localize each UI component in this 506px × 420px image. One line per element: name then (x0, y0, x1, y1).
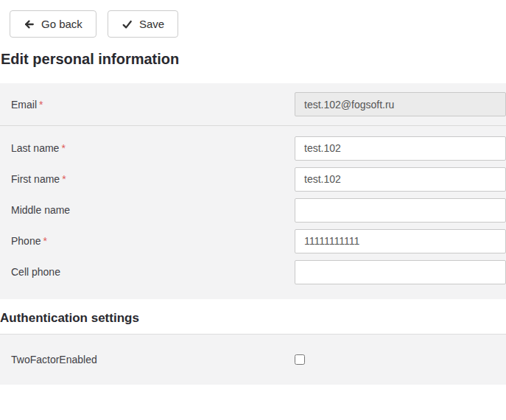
cell-phone-label: Cell phone (11, 266, 295, 278)
required-asterisk: * (61, 142, 65, 154)
two-factor-row: TwoFactorEnabled (0, 335, 506, 385)
save-label: Save (139, 18, 164, 30)
phone-field[interactable] (295, 229, 506, 253)
last-name-field[interactable] (295, 136, 506, 161)
authentication-settings-heading: Authentication settings (0, 306, 506, 335)
email-field (295, 92, 506, 116)
required-asterisk: * (39, 99, 43, 111)
middle-name-field[interactable] (295, 198, 506, 223)
check-icon (122, 19, 133, 29)
save-button[interactable]: Save (108, 10, 178, 38)
personal-info-form: Email* Last name* First name* Middle nam… (0, 83, 506, 299)
last-name-label: Last name* (11, 142, 295, 154)
go-back-label: Go back (41, 18, 82, 30)
email-label: Email* (11, 99, 295, 111)
email-row: Email* (0, 83, 506, 126)
first-name-label: First name* (11, 173, 295, 185)
two-factor-checkbox[interactable] (295, 354, 305, 365)
required-asterisk: * (43, 235, 46, 247)
first-name-field[interactable] (295, 167, 506, 192)
go-back-button[interactable]: Go back (10, 10, 96, 38)
two-factor-label: TwoFactorEnabled (11, 354, 295, 365)
phone-label: Phone* (11, 235, 295, 247)
middle-name-label: Middle name (11, 204, 295, 216)
page-title: Edit personal information (1, 50, 506, 69)
phone-row: Phone* (0, 225, 506, 256)
cell-phone-row: Cell phone (0, 256, 506, 287)
cell-phone-field[interactable] (295, 260, 506, 284)
first-name-row: First name* (0, 164, 506, 195)
middle-name-row: Middle name (0, 195, 506, 225)
required-asterisk: * (62, 173, 66, 185)
arrow-left-icon (24, 19, 35, 29)
last-name-row: Last name* (0, 133, 506, 164)
toolbar: Go back Save (0, 0, 506, 38)
form-rows: Last name* First name* Middle name Phone… (0, 126, 506, 299)
